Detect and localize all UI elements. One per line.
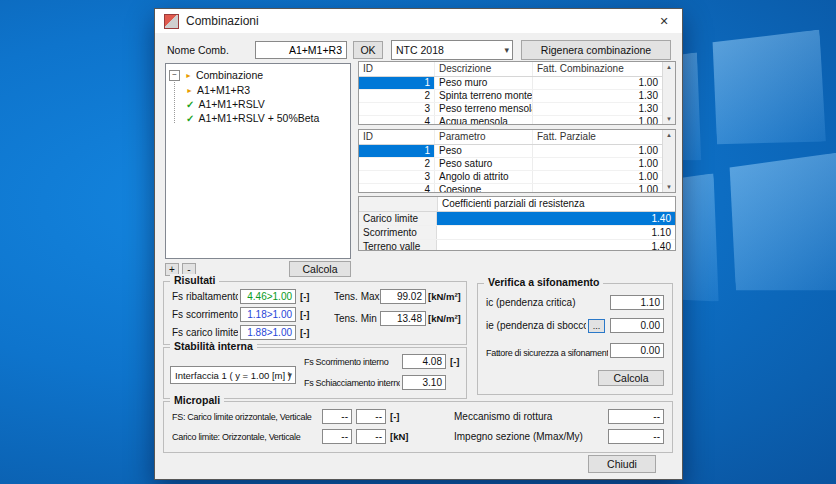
col-header-id[interactable]: ID — [359, 62, 435, 76]
cell-value[interactable]: 1.10 — [437, 226, 675, 239]
table-row[interactable]: Terreno valle 1.40 — [359, 240, 675, 251]
cell-fatt[interactable]: 1.00 — [533, 145, 662, 157]
browse-button[interactable]: ... — [588, 319, 605, 333]
scroll-down-icon[interactable]: ▼ — [666, 116, 672, 122]
cell-id[interactable]: 3 — [359, 171, 435, 183]
cell-fatt[interactable]: 1.00 — [533, 116, 662, 125]
fs-verticale-value[interactable]: -- — [356, 409, 386, 424]
fs-scorrimento-interno-unit: [-] — [450, 354, 460, 369]
micropali-title: Micropali — [170, 394, 224, 406]
calcola-button[interactable]: Calcola — [289, 261, 351, 277]
risultati-group: Risultati Fs ribaltamento 4.46>1.00 [-] … — [163, 281, 467, 345]
col-header-parametro[interactable]: Parametro — [435, 130, 533, 144]
cell-id[interactable]: 1 — [359, 145, 435, 157]
col-header-fatt-parziale[interactable]: Fatt. Parziale — [533, 130, 662, 144]
cell-descrizione[interactable]: Spinta terreno monte — [435, 90, 533, 102]
col-header-id[interactable]: ID — [359, 130, 435, 144]
table-row[interactable]: 2 Peso saturo 1.00 — [359, 158, 662, 171]
app-icon — [164, 14, 179, 29]
cell-parametro[interactable]: Peso — [435, 145, 533, 157]
cell-fatt[interactable]: 1.00 — [533, 158, 662, 170]
interfaccia-select[interactable]: Interfaccia 1 ( y = 1.00 [m] ) ▾ — [170, 366, 296, 384]
cell-id[interactable]: 1 — [359, 77, 435, 89]
col-header-coefficienti[interactable]: Coefficienti parziali di resistenza — [438, 197, 675, 211]
carico-orizzontale-value[interactable]: -- — [322, 429, 352, 444]
impegno-sezione-value[interactable]: -- — [608, 429, 664, 444]
corner-cell — [359, 197, 438, 211]
table-row[interactable]: Scorrimento 1.10 — [359, 226, 675, 240]
scroll-up-icon[interactable]: ▲ — [666, 132, 672, 138]
cell-value[interactable]: 1.40 — [437, 240, 675, 251]
col-header-fatt[interactable]: Fatt. Combinazione — [533, 62, 662, 76]
cell-value[interactable]: 1.40 — [437, 212, 675, 225]
cell-descrizione[interactable]: Peso terreno mensola — [435, 103, 533, 115]
fs-scorrimento-value[interactable]: 1.18>1.00 — [240, 307, 296, 322]
cell-id[interactable]: 3 — [359, 103, 435, 115]
calcola-sifonamento-button[interactable]: Calcola — [598, 370, 664, 386]
nome-comb-input[interactable] — [255, 41, 347, 59]
tree-collapse-icon[interactable]: − — [169, 70, 180, 81]
row-header[interactable]: Terreno valle — [359, 240, 437, 251]
fattore-sifonamento-value[interactable]: 0.00 — [610, 343, 664, 358]
tens-min-value[interactable]: 13.48 — [380, 311, 426, 326]
fatt-parziale-table: ID Parametro Fatt. Parziale 1 Peso 1.00 … — [358, 129, 676, 193]
ok-button[interactable]: OK — [353, 41, 383, 59]
fs-schiacciamento-interno-value[interactable]: 3.10 — [402, 375, 446, 390]
chiudi-button[interactable]: Chiudi — [588, 455, 656, 473]
cell-fatt[interactable]: 1.00 — [533, 184, 662, 193]
stabilita-interna-title: Stabilità interna — [170, 340, 257, 352]
vertical-scrollbar[interactable]: ▲ ▼ — [662, 130, 675, 192]
table-row[interactable]: Carico limite 1.40 — [359, 212, 675, 226]
cell-descrizione[interactable]: Peso muro — [435, 77, 533, 89]
tree-item-combo-3[interactable]: ✓ A1+M1+RSLV + 50%Beta — [186, 112, 319, 124]
table-row[interactable]: 2 Spinta terreno monte 1.30 — [359, 90, 662, 103]
close-icon[interactable]: ✕ — [655, 15, 673, 28]
vertical-scrollbar[interactable]: ▲ ▼ — [662, 62, 675, 124]
cell-id[interactable]: 4 — [359, 116, 435, 125]
table-row[interactable]: 3 Angolo di attrito 1.00 — [359, 171, 662, 184]
fs-scorrimento-interno-label: Fs Scorrimento interno — [304, 355, 400, 369]
title-bar[interactable]: Combinazioni ✕ — [155, 9, 682, 33]
cell-fatt[interactable]: 1.30 — [533, 103, 662, 115]
tree-item-combo-2[interactable]: ✓ A1+M1+RSLV — [186, 98, 265, 110]
row-header[interactable]: Scorrimento — [359, 226, 437, 239]
rigenera-combinazione-button[interactable]: Rigenera combinazione — [521, 40, 671, 60]
tens-max-value[interactable]: 99.02 — [380, 289, 426, 304]
table-row[interactable]: 1 Peso muro 1.00 — [359, 77, 662, 90]
fs-ribaltamento-label: Fs ribaltamento — [172, 290, 238, 304]
cell-parametro[interactable]: Angolo di attrito — [435, 171, 533, 183]
table-row[interactable]: 4 Acqua mensola 1.00 — [359, 116, 662, 125]
nome-comb-label: Nome Comb. — [167, 43, 229, 57]
cell-id[interactable]: 2 — [359, 158, 435, 170]
col-header-descrizione[interactable]: Descrizione — [435, 62, 533, 76]
tree-item-combo-1[interactable]: ► A1+M1+R3 — [186, 84, 250, 96]
table-row[interactable]: 4 Coesione 1.00 — [359, 184, 662, 193]
cell-id[interactable]: 4 — [359, 184, 435, 193]
fs-carico-limite-value[interactable]: 1.88>1.00 — [240, 325, 296, 340]
meccanismo-rottura-value[interactable]: -- — [608, 409, 664, 424]
carico-verticale-value[interactable]: -- — [356, 429, 386, 444]
table-row[interactable]: 1 Peso 1.00 — [359, 145, 662, 158]
cell-id[interactable]: 2 — [359, 90, 435, 102]
tree-item-label: A1+M1+RSLV + 50%Beta — [198, 112, 319, 124]
cell-fatt[interactable]: 1.00 — [533, 77, 662, 89]
fs-ribaltamento-value[interactable]: 4.46>1.00 — [240, 289, 296, 304]
row-header[interactable]: Carico limite — [359, 212, 437, 225]
table-row[interactable]: 3 Peso terreno mensola 1.30 — [359, 103, 662, 116]
cell-fatt[interactable]: 1.30 — [533, 90, 662, 102]
cell-parametro[interactable]: Coesione — [435, 184, 533, 193]
scroll-up-icon[interactable]: ▲ — [666, 64, 672, 70]
ie-value[interactable]: 0.00 — [610, 318, 664, 333]
combinazioni-tree[interactable]: − ► Combinazione ► A1+M1+R3 ✓ A1+M1+RSLV… — [165, 63, 351, 259]
normativa-select[interactable]: NTC 2018 ▾ — [391, 40, 513, 60]
meccanismo-rottura-label: Meccanismo di rottura — [454, 410, 602, 424]
cell-parametro[interactable]: Peso saturo — [435, 158, 533, 170]
cell-descrizione[interactable]: Acqua mensola — [435, 116, 533, 125]
cell-fatt[interactable]: 1.00 — [533, 171, 662, 183]
tree-root-item[interactable]: − ► Combinazione — [169, 69, 263, 81]
fs-schiacciamento-interno-label: Fs Schiacciamento interno — [304, 376, 400, 390]
fs-orizzontale-value[interactable]: -- — [322, 409, 352, 424]
scroll-down-icon[interactable]: ▼ — [666, 184, 672, 190]
fs-scorrimento-interno-value[interactable]: 4.08 — [402, 354, 446, 369]
ic-value[interactable]: 1.10 — [610, 295, 664, 310]
